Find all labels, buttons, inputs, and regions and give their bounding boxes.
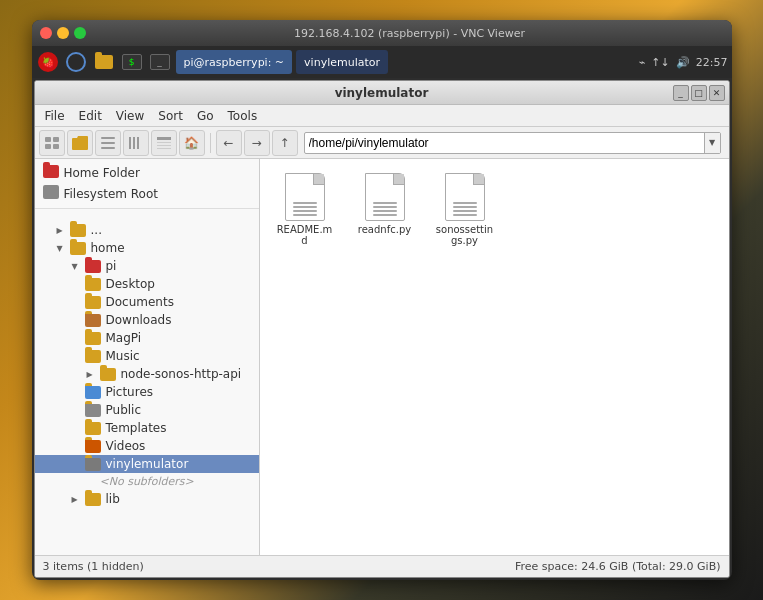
terminal-app[interactable]: pi@raspberrypi: ~ [176,50,293,74]
sidebar-item-dotdot[interactable]: ▶ ... [35,221,259,239]
sidebar-fs-label: Filesystem Root [64,187,158,201]
network-icon: ↑↓ [651,56,669,69]
fm-minimize-btn[interactable]: _ [673,85,689,101]
svg-rect-1 [53,137,59,142]
home-folder-icon [43,165,59,181]
fm-menubar: File Edit View Sort Go Tools [35,105,729,127]
file-readme[interactable]: README.md [270,169,340,250]
sidebar-item-filesystem[interactable]: Filesystem Root [35,183,259,204]
file-readme-name: README.md [274,224,336,246]
sidebar-vinylemulator-label: vinylemulator [106,457,189,471]
sidebar-item-node-sonos[interactable]: ▶ node-sonos-http-api [35,365,259,383]
svg-rect-14 [157,148,171,149]
sidebar-lib-label: lib [106,492,120,506]
fm-close-btn[interactable]: ✕ [709,85,725,101]
back-btn[interactable]: ← [216,130,242,156]
svg-rect-7 [129,137,131,149]
close-button[interactable] [40,27,52,39]
svg-rect-8 [133,137,135,149]
menu-view[interactable]: View [110,107,150,125]
sidebar-item-pictures[interactable]: Pictures [35,383,259,401]
sidebar-item-magpi[interactable]: MagPi [35,329,259,347]
svg-rect-5 [101,142,115,144]
sidebar-bookmarks: Home Folder Filesystem Root [35,159,259,217]
minimize-button[interactable] [57,27,69,39]
sidebar-item-pi[interactable]: ▼ pi [35,257,259,275]
sidebar-item-music[interactable]: Music [35,347,259,365]
sidebar-music-label: Music [106,349,140,363]
menu-tools[interactable]: Tools [222,107,264,125]
folder-new-btn[interactable] [67,130,93,156]
sidebar-templates-label: Templates [106,421,167,435]
sidebar-pictures-label: Pictures [106,385,154,399]
view-details-btn[interactable] [151,130,177,156]
sidebar-pi-label: pi [106,259,117,273]
sidebar-magpi-label: MagPi [106,331,142,345]
address-bar[interactable]: ▼ [304,132,721,154]
sidebar-item-vinylemulator[interactable]: vinylemulator [35,455,259,473]
menu-edit[interactable]: Edit [73,107,108,125]
browser-icon[interactable] [64,50,88,74]
file-icon-readnfc [365,173,405,221]
svg-rect-12 [157,142,171,143]
view-icon-btn[interactable] [39,130,65,156]
fm-sidebar: Home Folder Filesystem Root ▶ [35,159,260,555]
statusbar-items-count: 3 items (1 hidden) [43,560,144,573]
fm-titlebar: vinylemulator _ □ ✕ [35,81,729,105]
raspberry-icon[interactable]: 🍓 [36,50,60,74]
tree-arrow-dotdot: ▶ [55,225,65,235]
fm-main-area: README.md readnfc.py [260,159,729,555]
sidebar-home-label: Home Folder [64,166,140,180]
svg-rect-4 [101,137,115,139]
view-columns-btn[interactable] [123,130,149,156]
sidebar-item-home[interactable]: ▼ home [35,239,259,257]
forward-btn[interactable]: → [244,130,270,156]
toolbar-sep1 [210,133,211,153]
fm-body: Home Folder Filesystem Root ▶ [35,159,729,555]
svg-rect-6 [101,147,115,149]
sidebar-item-videos[interactable]: Videos [35,437,259,455]
sidebar-home-tree-label: home [91,241,125,255]
file-readnfc-name: readnfc.py [358,224,411,235]
sidebar-item-documents[interactable]: Documents [35,293,259,311]
bluetooth-icon: ⌁ [639,56,646,69]
home-btn[interactable]: 🏠 [179,130,205,156]
svg-rect-2 [45,144,51,149]
files-icon[interactable] [92,50,116,74]
view-list-btn[interactable] [95,130,121,156]
menu-go[interactable]: Go [191,107,220,125]
sidebar-node-label: node-sonos-http-api [121,367,242,381]
menu-sort[interactable]: Sort [152,107,189,125]
file-readnfc[interactable]: readnfc.py [350,169,420,250]
sidebar-item-desktop[interactable]: Desktop [35,275,259,293]
clock: 22:57 [696,56,728,69]
terminal2-icon[interactable]: _ [148,50,172,74]
volume-icon: 🔊 [676,56,690,69]
svg-rect-9 [137,137,139,149]
sidebar-videos-label: Videos [106,439,146,453]
fm-maximize-btn[interactable]: □ [691,85,707,101]
sidebar-item-downloads[interactable]: Downloads [35,311,259,329]
maximize-button[interactable] [74,27,86,39]
up-btn[interactable]: ↑ [272,130,298,156]
no-subfolders-label: <No subfolders> [100,475,194,488]
address-dropdown[interactable]: ▼ [704,133,720,153]
address-input[interactable] [305,136,704,150]
filemanager-label: vinylemulator [304,56,380,69]
svg-rect-11 [157,137,171,140]
sidebar-item-public[interactable]: Public [35,401,259,419]
filemanager-app[interactable]: vinylemulator [296,50,388,74]
sidebar-divider [35,208,259,209]
sidebar-item-lib[interactable]: ▶ lib [35,490,259,508]
tree-arrow-pi: ▼ [70,261,80,271]
menu-file[interactable]: File [39,107,71,125]
sidebar-item-templates[interactable]: Templates [35,419,259,437]
taskbar: 🍓 $ _ pi@raspberrypi: ~ vinylemulator ⌁ … [32,46,732,78]
sidebar-item-home-folder[interactable]: Home Folder [35,163,259,183]
vnc-titlebar: 192.168.4.102 (raspberrypi) - VNC Viewer [32,20,732,46]
file-sonossettings[interactable]: sonossettings.py [430,169,500,250]
terminal1-icon[interactable]: $ [120,50,144,74]
file-icon-sonossettings [445,173,485,221]
sidebar-dotdot-label: ... [91,223,102,237]
sidebar-documents-label: Documents [106,295,174,309]
